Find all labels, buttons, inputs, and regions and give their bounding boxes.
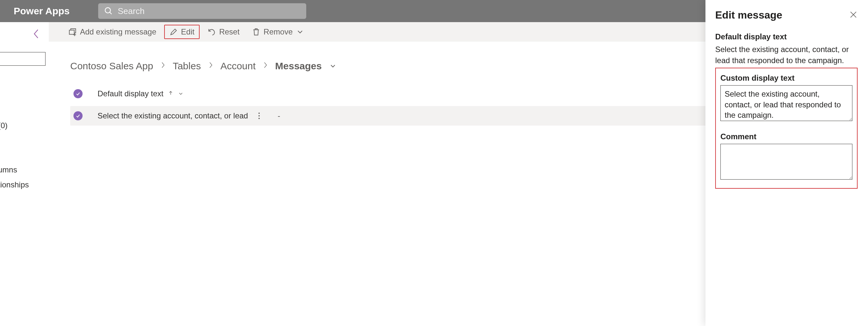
brand-label: Power Apps bbox=[14, 5, 69, 17]
row-checkbox[interactable] bbox=[73, 111, 83, 120]
trash-icon bbox=[252, 28, 260, 36]
column-default-display-text[interactable]: Default display text bbox=[97, 89, 280, 98]
left-nav: (0) umns tionships bbox=[0, 22, 49, 326]
row-select[interactable] bbox=[73, 111, 97, 120]
comment-input[interactable] bbox=[720, 144, 852, 180]
nav-item-columns[interactable]: umns bbox=[0, 165, 49, 174]
breadcrumb-messages[interactable]: Messages bbox=[275, 61, 321, 71]
add-existing-message-button[interactable]: Add existing message bbox=[64, 25, 161, 38]
editable-fields-highlight: Custom display text Comment bbox=[715, 68, 858, 189]
svg-point-0 bbox=[105, 8, 111, 13]
default-display-text-value: Select the existing account, contact, or… bbox=[715, 44, 858, 66]
custom-display-text-label: Custom display text bbox=[720, 73, 852, 83]
nav-search-field[interactable] bbox=[0, 52, 45, 66]
more-vertical-icon bbox=[258, 112, 260, 120]
nav-item-relationships[interactable]: tionships bbox=[0, 180, 49, 189]
breadcrumb-app[interactable]: Contoso Sales App bbox=[70, 61, 153, 71]
breadcrumb-account[interactable]: Account bbox=[220, 61, 255, 71]
pencil-icon bbox=[169, 28, 178, 36]
svg-point-9 bbox=[258, 118, 260, 119]
panel-header: Edit message bbox=[715, 9, 858, 21]
default-display-text-label: Default display text bbox=[715, 32, 858, 41]
select-all-checkbox[interactable] bbox=[73, 89, 83, 98]
remove-button[interactable]: Remove bbox=[247, 25, 309, 38]
sort-ascending-icon bbox=[168, 89, 173, 98]
undo-icon bbox=[208, 28, 216, 36]
row-default-text: Select the existing account, contact, or… bbox=[97, 111, 250, 120]
reset-label: Reset bbox=[219, 27, 240, 36]
chevron-down-icon bbox=[296, 28, 304, 36]
edit-message-panel: Edit message Default display text Select… bbox=[706, 0, 868, 326]
search-box[interactable] bbox=[98, 3, 306, 19]
row-custom-text: - bbox=[278, 111, 280, 120]
comment-label: Comment bbox=[720, 132, 852, 141]
add-existing-icon bbox=[68, 28, 77, 36]
svg-line-1 bbox=[110, 12, 112, 14]
row-more-actions[interactable] bbox=[256, 111, 262, 121]
chevron-right-icon bbox=[263, 61, 268, 71]
search-input[interactable] bbox=[113, 6, 300, 16]
select-all-column[interactable] bbox=[73, 89, 97, 98]
close-button[interactable] bbox=[849, 10, 858, 20]
breadcrumb-tables[interactable]: Tables bbox=[173, 61, 201, 71]
default-display-text-group: Default display text Select the existing… bbox=[715, 32, 858, 66]
add-existing-label: Add existing message bbox=[80, 27, 156, 36]
chevron-down-icon[interactable] bbox=[329, 62, 337, 70]
check-icon bbox=[75, 91, 81, 96]
close-icon bbox=[849, 10, 858, 19]
check-icon bbox=[75, 113, 81, 118]
edit-label: Edit bbox=[181, 27, 194, 36]
custom-display-text-input[interactable] bbox=[720, 85, 852, 121]
edit-button[interactable]: Edit bbox=[164, 25, 199, 39]
remove-label: Remove bbox=[264, 27, 292, 36]
chevron-left-icon bbox=[32, 28, 40, 40]
svg-point-8 bbox=[258, 115, 260, 116]
svg-rect-3 bbox=[69, 30, 74, 34]
svg-point-7 bbox=[258, 113, 260, 114]
back-button[interactable] bbox=[0, 28, 49, 41]
nav-count: (0) bbox=[0, 121, 49, 130]
chevron-right-icon bbox=[160, 61, 165, 71]
search-icon bbox=[104, 6, 113, 16]
reset-button[interactable]: Reset bbox=[203, 25, 244, 38]
panel-title: Edit message bbox=[715, 9, 782, 21]
column-default-label: Default display text bbox=[97, 89, 163, 98]
chevron-down-icon bbox=[178, 91, 184, 97]
chevron-right-icon bbox=[208, 61, 213, 71]
